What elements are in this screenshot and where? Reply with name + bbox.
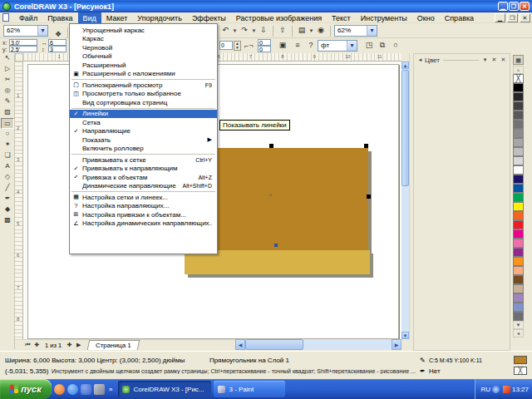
menu-item-каркас[interactable]: Каркас bbox=[70, 35, 217, 44]
object-width-field[interactable]: 6 bbox=[48, 39, 66, 46]
clock[interactable]: 13:27 bbox=[512, 386, 529, 393]
selection-center-mark[interactable]: × bbox=[268, 192, 273, 199]
menubar-item-справка[interactable]: Справка bbox=[440, 12, 479, 23]
ellipse-tool[interactable]: ○ bbox=[1, 129, 14, 140]
freehand-tool[interactable]: ✎ bbox=[1, 96, 14, 107]
doc-minimize-icon[interactable]: ▁ bbox=[495, 13, 505, 22]
units-combo[interactable]: фт ▼ bbox=[318, 40, 357, 52]
taskbar-window-0[interactable]: CorelDRAW X3 - [Рис... bbox=[118, 381, 211, 397]
object-height-field[interactable]: 3 bbox=[48, 46, 66, 52]
color-swatch[interactable] bbox=[513, 220, 524, 229]
lock-icon[interactable]: ▣ bbox=[276, 40, 289, 52]
color-swatch[interactable] bbox=[513, 312, 524, 321]
corner-radius-top-field[interactable]: 0 bbox=[258, 39, 271, 46]
menubar-item-растровые-изображения[interactable]: Растровые изображения bbox=[231, 12, 327, 23]
quicklaunch-browser-icon[interactable] bbox=[54, 384, 65, 395]
selection-handle-right-middle[interactable] bbox=[367, 195, 371, 199]
color-swatch[interactable] bbox=[513, 284, 524, 293]
language-indicator[interactable]: RU bbox=[480, 386, 490, 393]
menubar-item-макет[interactable]: Макет bbox=[101, 12, 132, 23]
quicklaunch-chevron-icon[interactable]: » bbox=[109, 386, 112, 393]
menu-item-обычный[interactable]: Обычный bbox=[70, 52, 217, 62]
y-position-field[interactable]: 2,5' bbox=[9, 46, 37, 52]
color-swatch[interactable] bbox=[513, 92, 524, 101]
zoom-tool[interactable]: ◎ bbox=[1, 86, 14, 96]
color-swatch[interactable] bbox=[513, 138, 524, 147]
zoom-level-combo[interactable]: 62% ▼ bbox=[334, 25, 377, 37]
vertical-scrollbar[interactable]: ▲ ▼ bbox=[401, 62, 409, 339]
first-page-icon[interactable]: ⏮ bbox=[23, 341, 32, 350]
next-page-icon[interactable]: ▶ bbox=[74, 341, 83, 350]
object-node[interactable] bbox=[274, 244, 278, 247]
menu-item-настройка-сетки-и-линеек[interactable]: ▦Настройка сетки и линеек... bbox=[70, 193, 217, 202]
color-swatch[interactable] bbox=[513, 184, 524, 193]
color-swatch[interactable] bbox=[513, 257, 524, 266]
menu-item-привязка-к-объектам[interactable]: ✓Привязка к объектамAlt+Z bbox=[70, 173, 217, 182]
fill-tool[interactable]: ◆ bbox=[1, 204, 14, 215]
tray-update-icon[interactable] bbox=[492, 386, 500, 393]
color-swatch[interactable] bbox=[513, 202, 524, 211]
color-swatch[interactable] bbox=[513, 275, 524, 284]
rotation-angle-field[interactable]: 0 bbox=[219, 41, 233, 50]
doc-close-icon[interactable]: ✕ bbox=[520, 13, 530, 22]
chevron-down-icon[interactable]: ▼ bbox=[37, 26, 47, 36]
palette-scroll-up-icon[interactable]: ▲ bbox=[513, 66, 524, 74]
to-front-icon[interactable]: ◳ bbox=[362, 40, 376, 52]
docker-close-icon[interactable]: ✕ bbox=[499, 56, 508, 65]
quicklaunch-desktop-icon[interactable] bbox=[94, 384, 105, 395]
vertical-ruler[interactable]: 12345678 bbox=[15, 62, 23, 339]
export-icon[interactable]: ⇧ bbox=[276, 25, 289, 37]
menu-item-расширенный-с-наложениями[interactable]: ▣Расширенный с наложениями bbox=[70, 70, 217, 79]
menu-item-настройка-динамических-направляющих[interactable]: ∠Настройка динамических направляющих... bbox=[70, 219, 217, 229]
color-swatch[interactable] bbox=[513, 211, 524, 220]
color-swatch[interactable] bbox=[513, 156, 524, 165]
color-swatch[interactable] bbox=[513, 229, 524, 239]
pick-tool[interactable]: ↖ bbox=[1, 53, 14, 64]
scroll-down-icon[interactable]: ▼ bbox=[401, 332, 409, 339]
ruler-origin-button[interactable] bbox=[15, 53, 23, 62]
import-icon[interactable]: ⇩ bbox=[257, 25, 270, 37]
undo-icon[interactable]: ↶ bbox=[219, 25, 232, 37]
menu-item-полноэкранный-просмотр[interactable]: ▢Полноэкранный просмотрF9 bbox=[70, 81, 217, 90]
color-swatch[interactable] bbox=[513, 147, 524, 156]
selection-handle-top-center[interactable] bbox=[269, 144, 273, 148]
start-button[interactable]: пуск bbox=[0, 379, 52, 399]
tray-antivirus-icon[interactable] bbox=[503, 386, 510, 393]
menubar-item-текст[interactable]: Текст bbox=[327, 12, 356, 23]
scroll-up-icon[interactable]: ▲ bbox=[401, 62, 409, 69]
menubar-item-инструменты[interactable]: Инструменты bbox=[356, 12, 412, 23]
color-swatch[interactable] bbox=[513, 266, 524, 275]
color-swatch[interactable] bbox=[513, 120, 524, 129]
quicklaunch-mail-icon[interactable] bbox=[81, 384, 91, 395]
x-position-field[interactable]: 3,0' bbox=[9, 39, 37, 46]
menu-item-сетка[interactable]: Сетка bbox=[70, 118, 217, 127]
color-swatch[interactable] bbox=[513, 129, 524, 138]
menubar-item-вид[interactable]: Вид bbox=[78, 12, 101, 23]
menubar-item-правка[interactable]: Правка bbox=[42, 12, 77, 23]
menu-item-просмотреть-только-выбранное[interactable]: ◫Просмотреть только выбранное bbox=[70, 90, 217, 99]
menu-item-привязывать-к-направляющим[interactable]: ✓Привязывать к направляющим bbox=[70, 165, 217, 174]
redo-icon[interactable]: ↷ bbox=[238, 25, 251, 37]
menubar-item-окно[interactable]: Окно bbox=[412, 12, 440, 23]
color-swatch[interactable] bbox=[513, 165, 524, 175]
menu-item-вид-сортировщика-страниц[interactable]: Вид сортировщика страниц bbox=[70, 98, 217, 107]
undo-icon-dropdown[interactable]: ▼ bbox=[232, 28, 238, 33]
to-back-icon[interactable]: ⧉ bbox=[376, 40, 389, 52]
maximize-icon[interactable]: ❐ bbox=[509, 2, 519, 11]
interactive-blend-tool[interactable]: ◇ bbox=[1, 172, 14, 183]
menu-item-черновой[interactable]: Черновой bbox=[70, 43, 217, 52]
convert-curves-icon[interactable]: ○ bbox=[389, 40, 402, 52]
zoom-level-combo-left[interactable]: 62% ▼ bbox=[3, 25, 48, 37]
color-swatch[interactable] bbox=[513, 239, 524, 248]
selection-handle-top-right[interactable] bbox=[364, 144, 368, 148]
interactive-fill-tool[interactable]: ▩ bbox=[1, 215, 14, 226]
menu-item-расширенный[interactable]: Расширенный bbox=[70, 61, 217, 70]
menu-item-настройка-привязки-к-объектам[interactable]: ⊞Настройка привязки к объектам... bbox=[70, 210, 217, 219]
page-tab[interactable]: Страница 1 bbox=[87, 340, 140, 350]
close-icon[interactable]: ✕ bbox=[520, 2, 530, 11]
menu-item-направляющие[interactable]: ✓Направляющие bbox=[70, 127, 217, 136]
vertical-scroll-thumb[interactable] bbox=[401, 70, 409, 186]
palette-scroll-down-icon[interactable]: ▼ bbox=[513, 321, 524, 329]
menu-item-динамические-направляющие[interactable]: Динамические направляющиеAlt+Shift+D bbox=[70, 182, 217, 191]
minimize-icon[interactable]: ▁ bbox=[498, 2, 508, 11]
